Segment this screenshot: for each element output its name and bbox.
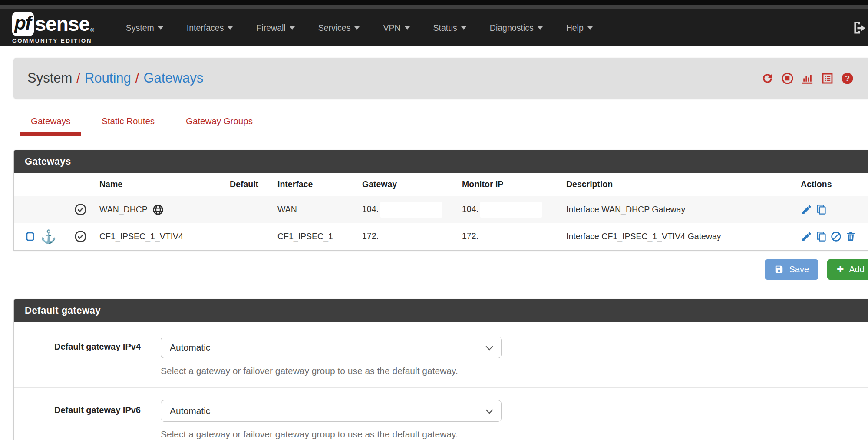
caret-down-icon — [158, 26, 163, 30]
tab-static-routes[interactable]: Static Routes — [91, 116, 165, 136]
help-icon[interactable]: ? — [841, 72, 854, 85]
copy-icon[interactable] — [815, 204, 827, 215]
add-button[interactable]: + Add — [827, 259, 868, 280]
nav-item-diagnostics[interactable]: Diagnostics — [478, 23, 554, 33]
tab-gateways[interactable]: Gateways — [20, 116, 81, 136]
gateway-default — [222, 196, 270, 223]
caret-down-icon — [290, 26, 295, 30]
save-disk-icon — [774, 265, 784, 274]
edit-icon[interactable] — [801, 204, 812, 215]
anchor-icon: ⚓ — [40, 230, 56, 243]
caret-down-icon — [587, 26, 593, 30]
default-gateway-ipv6-select[interactable]: Automatic — [161, 400, 502, 422]
monitor-ip: 104. — [462, 204, 479, 214]
gateway-address: 172. — [362, 231, 379, 241]
nav-item-help[interactable]: Help — [554, 23, 604, 33]
default-gateway-ipv4-help: Select a gateway or failover gateway gro… — [161, 366, 502, 376]
top-black-strip — [0, 0, 868, 5]
table-header-row: Name Default Interface Gateway Monitor I… — [14, 173, 868, 196]
pfsense-logo[interactable]: pfsense® COMMUNITY EDITION — [12, 12, 94, 44]
nav-item-system-label: System — [126, 23, 154, 33]
breadcrumb-action-icons: ? — [761, 72, 854, 85]
copy-icon[interactable] — [815, 231, 827, 242]
default-gateway-ipv4-label: Default gateway IPv4 — [14, 337, 161, 376]
caret-down-icon — [461, 26, 466, 30]
nav-item-services-label: Services — [318, 23, 351, 33]
disable-icon[interactable] — [830, 231, 842, 242]
gateway-online-icon — [74, 203, 87, 216]
col-row-icons — [14, 173, 66, 196]
default-gateway-ipv6-help: Select a gateway or failover gateway gro… — [161, 429, 502, 440]
redacted-ip — [480, 229, 542, 245]
save-button[interactable]: Save — [765, 259, 818, 280]
gateways-panel: Gateways Name Default Interface Gateway … — [13, 150, 868, 251]
col-actions: Actions — [793, 173, 868, 196]
pfsense-logo-sense: sense — [35, 12, 89, 36]
gateway-name: WAN_DHCP — [99, 205, 148, 215]
nav-item-vpn[interactable]: VPN — [371, 23, 421, 33]
navbar: pfsense® COMMUNITY EDITION System Interf… — [0, 9, 868, 46]
col-status — [66, 173, 92, 196]
col-interface: Interface — [270, 173, 354, 196]
monitor-ip: 172. — [462, 231, 479, 241]
col-monitor-ip: Monitor IP — [454, 173, 558, 196]
default-gateway-form: Default gateway IPv4 Automatic Select a … — [14, 322, 868, 440]
caret-down-icon — [228, 26, 233, 30]
gateways-panel-title: Gateways — [14, 150, 868, 173]
gateways-table: Name Default Interface Gateway Monitor I… — [14, 173, 868, 250]
table-row: WAN_DHCP WAN 104. 104. Interface WAN_DHC… — [14, 196, 868, 223]
redacted-ip — [480, 202, 542, 218]
gateway-default — [222, 223, 270, 250]
community-edition-label: COMMUNITY EDITION — [12, 37, 94, 44]
table-row: ⚓ CF1_IPSEC_1_VTIV4 CF1_IPSEC_1 172. 172… — [14, 223, 868, 250]
col-default: Default — [222, 173, 270, 196]
nav-item-help-label: Help — [566, 23, 584, 33]
col-name: Name — [92, 173, 222, 196]
caret-down-icon — [354, 26, 360, 30]
gateway-marker-square-icon[interactable] — [25, 231, 36, 242]
nav-item-services[interactable]: Services — [307, 23, 372, 33]
nav-item-firewall-label: Firewall — [256, 23, 285, 33]
nav-item-interfaces[interactable]: Interfaces — [175, 23, 245, 33]
stop-icon[interactable] — [781, 72, 794, 85]
nav-menu: System Interfaces Firewall Services VPN … — [114, 23, 604, 33]
refresh-icon[interactable] — [761, 72, 774, 85]
tab-bar: Gateways Static Routes Gateway Groups — [20, 116, 868, 136]
caret-down-icon — [405, 26, 410, 30]
col-description: Description — [558, 173, 793, 196]
breadcrumb-bar: System/Routing/Gateways ? — [13, 58, 868, 99]
breadcrumb: System/Routing/Gateways — [27, 70, 203, 86]
nav-item-status[interactable]: Status — [422, 23, 478, 33]
form-row-ipv6: Default gateway IPv6 Automatic Select a … — [14, 387, 868, 440]
plus-icon: + — [837, 265, 844, 274]
nav-item-diagnostics-label: Diagnostics — [490, 23, 534, 33]
breadcrumb-separator: / — [131, 70, 144, 86]
gateway-interface: WAN — [270, 196, 354, 223]
gateway-online-icon — [74, 230, 87, 243]
sign-out-icon[interactable] — [851, 20, 868, 35]
gateway-address: 104. — [362, 204, 379, 214]
gateway-interface: CF1_IPSEC_1 — [270, 223, 354, 250]
breadcrumb-routing-link[interactable]: Routing — [85, 70, 131, 86]
chart-icon[interactable] — [801, 72, 814, 85]
save-button-label: Save — [789, 265, 809, 275]
edit-icon[interactable] — [801, 231, 812, 242]
breadcrumb-gateways-link[interactable]: Gateways — [143, 70, 203, 86]
pfsense-logo-wordmark: pfsense® — [12, 12, 94, 36]
breadcrumb-separator: / — [72, 70, 85, 86]
nav-item-system[interactable]: System — [114, 23, 175, 33]
redacted-ip — [380, 229, 442, 245]
col-gateway: Gateway — [354, 173, 454, 196]
registered-mark: ® — [90, 27, 94, 33]
log-list-icon[interactable] — [821, 72, 834, 85]
add-button-label: Add — [849, 265, 865, 275]
gateway-description: Interface CF1_IPSEC_1_VTIV4 Gateway — [558, 223, 793, 250]
nav-item-vpn-label: VPN — [383, 23, 400, 33]
breadcrumb-system: System — [27, 70, 72, 86]
gateway-name: CF1_IPSEC_1_VTIV4 — [99, 232, 183, 242]
delete-icon[interactable] — [845, 231, 857, 242]
default-gateway-ipv4-select[interactable]: Automatic — [161, 337, 502, 358]
default-gateway-ipv6-label: Default gateway IPv6 — [14, 400, 161, 440]
nav-item-firewall[interactable]: Firewall — [244, 23, 306, 33]
tab-gateway-groups[interactable]: Gateway Groups — [175, 116, 264, 136]
